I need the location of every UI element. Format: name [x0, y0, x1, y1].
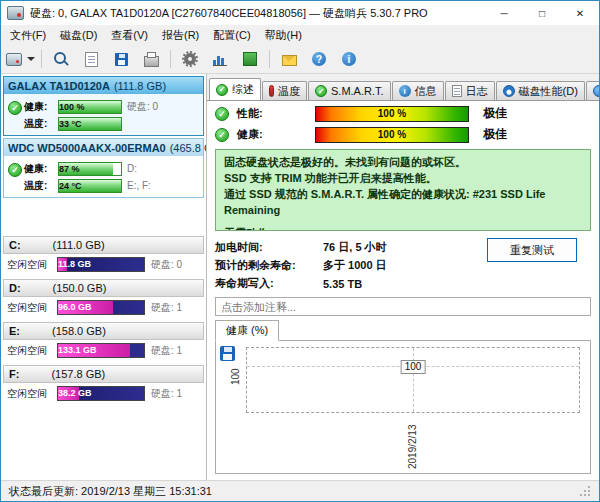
health-bar: 100 %: [315, 127, 469, 143]
document-icon: [85, 52, 98, 67]
settings-button[interactable]: [176, 46, 204, 72]
free-space-label: 空闲空间: [7, 258, 57, 272]
resize-grip-icon[interactable]: [579, 485, 591, 497]
temp-bar: 24 °C: [58, 179, 122, 193]
partition-letter: C:: [9, 239, 21, 251]
drive-name: WDC WD5000AAKX-00ERMA0: [8, 142, 166, 154]
stat-label: 预计的剩余寿命:: [215, 258, 323, 273]
tab-overview[interactable]: ✓ 综述: [209, 78, 261, 100]
drive-number-label: 硬盘: 0: [127, 100, 158, 114]
health-rating: 极佳: [483, 126, 507, 143]
surface-grid-icon: [243, 52, 257, 66]
tab-disk-performance[interactable]: 磁盘性能(D): [496, 81, 585, 100]
tab-bar: ✓ 综述 温度 ✓ S.M.A.R.T. i 信息 日志: [207, 74, 599, 100]
save-report-button[interactable]: [107, 46, 135, 72]
gridline-vertical: [413, 348, 414, 412]
drive-item-wdc[interactable]: WDC WD5000AAKX-00ERMA0 (465.8 GB) ✓ 健康: …: [3, 138, 204, 198]
print-report-button[interactable]: [137, 46, 165, 72]
close-button[interactable]: ✕: [561, 1, 599, 25]
info-button[interactable]: i: [335, 46, 363, 72]
partition-item-d[interactable]: D: (150.0 GB) 空闲空间 96.0 GB 硬盘: 1: [3, 279, 204, 316]
ssd-status-textbox: 固态硬盘状态是极好的。未找到有问题的或坏区。 SSD 支持 TRIM 功能并已开…: [215, 149, 591, 231]
help-button[interactable]: ?: [305, 46, 333, 72]
tab-label: 磁盘性能(D): [519, 84, 578, 99]
tab-label: S.M.A.R.T.: [331, 85, 384, 97]
partition-item-f[interactable]: F: (157.8 GB) 空闲空间 38.2 GB 硬盘: 1: [3, 365, 204, 402]
tab-alerts[interactable]: 警报(A): [586, 81, 600, 100]
menu-bar: 文件(F) 磁盘(D) 查看(V) 报告(R) 配置(C) 帮助(H): [1, 25, 599, 45]
performance-row: ✓ 性能: 100 % 极佳: [207, 101, 599, 122]
toolbar: ? i: [1, 45, 599, 74]
temp-bar: 33 °C: [58, 117, 122, 131]
drive-item-galax[interactable]: GALAX TA1D0120A (111.8 GB) ✓ 健康: 100 % 硬…: [3, 76, 204, 136]
stat-label: 寿命期写入:: [215, 276, 323, 291]
free-space-label: 空闲空间: [7, 301, 57, 315]
surface-test-button[interactable]: [236, 46, 264, 72]
drive-letters-label: D:: [127, 163, 137, 174]
thermometer-icon: [269, 85, 274, 97]
floppy-icon: [115, 53, 128, 66]
drive-temp-row: 温度: 33 °C: [24, 116, 201, 131]
detect-disks-button[interactable]: [47, 46, 75, 72]
performance-ok-icon: ✓: [215, 107, 229, 121]
free-space-bar: 38.2 GB: [57, 386, 145, 401]
performance-chart-button[interactable]: [206, 46, 234, 72]
check-icon: ✓: [315, 85, 327, 97]
partition-size: (111.0 GB): [53, 239, 105, 251]
drive-size: (465.8 GB): [170, 142, 207, 154]
menu-file[interactable]: 文件(F): [3, 26, 53, 45]
y-axis-tick: 100: [230, 368, 241, 385]
data-point-label: 100: [401, 360, 426, 374]
log-icon: [452, 85, 462, 97]
tab-log[interactable]: 日志: [445, 81, 495, 100]
free-space-bar: 11.8 GB: [57, 257, 145, 272]
envelope-icon: [282, 55, 297, 66]
partition-letter: D:: [9, 282, 21, 294]
tab-information[interactable]: i 信息: [392, 81, 444, 100]
toolbar-separator: [170, 50, 171, 68]
tab-label: 信息: [415, 84, 437, 99]
comment-input[interactable]: [215, 297, 591, 316]
menu-help[interactable]: 帮助(H): [258, 26, 309, 45]
health-row: ✓ 健康: 100 % 极佳: [207, 122, 599, 143]
tab-smart[interactable]: ✓ S.M.A.R.T.: [308, 81, 391, 100]
save-chart-icon[interactable]: [220, 346, 235, 361]
drive-temp-row: 温度: 24 °C E:, F:: [24, 178, 201, 193]
tab-temperature[interactable]: 温度: [262, 81, 307, 100]
overview-panel: ✓ 性能: 100 % 极佳 ✓ 健康: 100 % 极佳 固态硬盘状态是极好的…: [207, 100, 599, 480]
drive-name: GALAX TA1D0120A: [8, 80, 110, 92]
maximize-button[interactable]: □: [523, 1, 561, 25]
partition-free-row: 空闲空间 11.8 GB 硬盘: 0: [3, 254, 204, 273]
temp-label: 温度:: [24, 117, 58, 131]
menu-report[interactable]: 报告(R): [155, 26, 206, 45]
title-bar: 硬盘: 0, GALAX TA1D0120A [C27607840CEE0481…: [1, 1, 599, 25]
partition-disk-label: 硬盘: 1: [151, 387, 182, 401]
disk-icon: [6, 53, 22, 66]
health-bar: 87 %: [58, 162, 122, 176]
partition-free-row: 空闲空间 38.2 GB 硬盘: 1: [3, 383, 204, 402]
x-axis-tick: 2019/2/13: [407, 425, 418, 470]
alarm-icon: [593, 85, 600, 97]
tab-health-chart[interactable]: 健康 (%): [215, 320, 279, 341]
partition-item-e[interactable]: E: (158.0 GB) 空闲空间 133.1 GB 硬盘: 1: [3, 322, 204, 359]
health-label: 健康:: [24, 100, 58, 114]
sidebar-spacer: [3, 200, 204, 236]
health-ok-icon: ✓: [215, 128, 229, 142]
health-bar: 100 %: [58, 100, 122, 114]
minimize-button[interactable]: ─: [485, 1, 523, 25]
disk-sidebar: GALAX TA1D0120A (111.8 GB) ✓ 健康: 100 % 硬…: [1, 74, 207, 480]
retest-button[interactable]: 重复测试: [487, 238, 577, 262]
partition-letter: F:: [9, 368, 19, 380]
status-line: SSD 支持 TRIM 功能并已开启来提高性能。: [224, 171, 582, 187]
toolbar-separator: [269, 50, 270, 68]
email-alert-button[interactable]: [275, 46, 303, 72]
partition-size: (157.8 GB): [51, 368, 105, 380]
menu-config[interactable]: 配置(C): [206, 26, 257, 45]
chart-plot-area: 100: [246, 347, 580, 413]
menu-view[interactable]: 查看(V): [104, 26, 155, 45]
drive-health-row: 健康: 87 % D:: [24, 161, 201, 176]
menu-disk[interactable]: 磁盘(D): [53, 26, 104, 45]
partition-item-c[interactable]: C: (111.0 GB) 空闲空间 11.8 GB 硬盘: 0: [3, 236, 204, 273]
disk-selector-dropdown[interactable]: [5, 46, 36, 72]
report-button[interactable]: [77, 46, 105, 72]
